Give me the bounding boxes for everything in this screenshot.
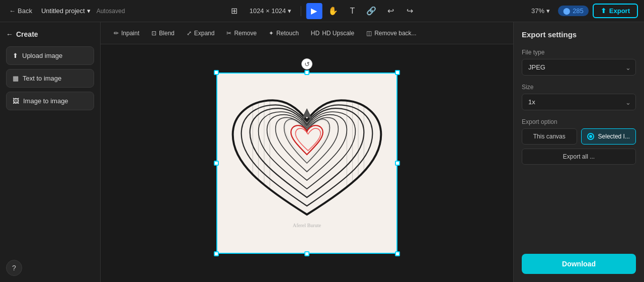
upscale-tool-button[interactable]: HD HD Upscale (306, 27, 359, 39)
remove-bg-icon: ◫ (366, 30, 372, 37)
sidebar-header: ← Create (6, 28, 94, 42)
canvas-size-text: 1024 × 1024 (250, 7, 286, 15)
image-icon: 🖼 (13, 97, 19, 105)
export-button[interactable]: ⬆ Export (593, 4, 638, 18)
back-arrow-icon: ← (9, 7, 16, 15)
retouch-label: Retouch (276, 30, 299, 37)
resize-handle-tm[interactable] (304, 70, 309, 75)
blend-label: Blend (159, 30, 175, 37)
file-type-section: File type JPEG PNG WEBP (522, 49, 636, 76)
back-button[interactable]: ← Back (6, 5, 35, 17)
topbar-right: 37% ▾ ⬤ 285 ⬆ Export (527, 4, 638, 18)
size-select[interactable]: 1x 2x 4x (522, 94, 636, 110)
edit-toolbar: ✏ Inpaint ⊡ Blend ⤢ Expand ✂ Remove ✦ Re… (101, 22, 513, 44)
rotate-handle[interactable]: ↺ (301, 58, 312, 69)
chevron-down-icon: ▾ (87, 7, 91, 15)
upscale-icon: HD (311, 30, 319, 37)
size-select-wrapper: 1x 2x 4x (522, 94, 636, 110)
remove-icon: ✂ (226, 30, 231, 37)
chevron-down-icon: ▾ (288, 7, 291, 15)
export-all-label: Export all ... (563, 153, 595, 160)
canvas-viewport[interactable]: ↺ (101, 44, 513, 282)
remove-bg-tool-button[interactable]: ◫ Remove back... (361, 27, 421, 39)
size-label: Size (522, 84, 636, 91)
panel-title: Export settings (522, 30, 636, 39)
file-type-select[interactable]: JPEG PNG WEBP (522, 59, 636, 76)
selected-image-button[interactable]: Selected I... (581, 128, 636, 145)
left-sidebar: ← Create ⬆ Upload image ▦ Text to image … (0, 22, 101, 282)
retouch-icon: ✦ (269, 30, 274, 37)
resize-handle-bm[interactable] (304, 251, 309, 256)
file-type-label: File type (522, 49, 636, 56)
export-option-label: Export option (522, 118, 636, 125)
hand-tool-button[interactable]: ✋ (325, 3, 341, 19)
export-option-row-1: This canvas Selected I... (522, 128, 636, 145)
download-label: Download (562, 260, 596, 268)
zoom-button[interactable]: 37% ▾ (527, 5, 554, 17)
upscale-label: HD Upscale (322, 30, 354, 37)
text-icon: ▦ (13, 75, 19, 82)
selected-label: Selected I... (598, 133, 630, 140)
sidebar-footer: ? (6, 260, 94, 276)
text-to-image-button[interactable]: ▦ Text to image (6, 69, 94, 88)
canvas-image: Aferel Burute (216, 73, 397, 254)
topbar-divider (300, 6, 301, 16)
back-label: Back (18, 7, 32, 15)
remove-label: Remove (234, 30, 257, 37)
expand-label: Expand (194, 30, 215, 37)
resize-handle-tr[interactable] (395, 70, 400, 75)
this-canvas-label: This canvas (533, 133, 566, 140)
download-button[interactable]: Download (522, 254, 636, 274)
text-to-image-label: Text to image (23, 75, 61, 82)
image-to-image-button[interactable]: 🖼 Image to image (6, 92, 94, 110)
chevron-down-icon: ▾ (546, 7, 550, 15)
retouch-tool-button[interactable]: ✦ Retouch (264, 27, 304, 39)
redo-button[interactable]: ↪ (401, 3, 418, 19)
remove-bg-label: Remove back... (374, 30, 416, 37)
back-arrow-icon: ← (6, 30, 13, 38)
canvas-size-button[interactable]: 1024 × 1024 ▾ (246, 5, 296, 17)
resize-handle-ml[interactable] (214, 161, 219, 166)
zoom-text: 37% (531, 7, 544, 15)
export-settings-panel: Export settings File type JPEG PNG WEBP … (513, 22, 644, 282)
expand-icon: ⤢ (187, 30, 192, 37)
radio-selected-icon (587, 133, 594, 140)
image-to-image-label: Image to image (23, 97, 68, 105)
create-label: Create (16, 30, 38, 38)
resize-handle-mr[interactable] (395, 161, 400, 166)
blend-icon: ⊡ (151, 30, 156, 37)
export-options-group: This canvas Selected I... Export all ... (522, 128, 636, 165)
svg-text:Aferel Burute: Aferel Burute (293, 223, 321, 228)
canvas-image-wrapper: ↺ (216, 73, 397, 254)
topbar: ← Back Untitled project ▾ Autosaved ⊞ 10… (0, 0, 644, 22)
select-tool-button[interactable]: ▶ (306, 3, 322, 19)
upload-image-button[interactable]: ⬆ Upload image (6, 46, 94, 65)
resize-handle-br[interactable] (395, 251, 400, 256)
expand-tool-button[interactable]: ⤢ Expand (182, 27, 220, 39)
resize-handle-tl[interactable] (214, 70, 219, 75)
inpaint-label: Inpaint (121, 30, 139, 37)
heart-illustration: Aferel Burute (216, 73, 397, 254)
inpaint-tool-button[interactable]: ✏ Inpaint (109, 27, 144, 39)
file-type-select-wrapper: JPEG PNG WEBP (522, 59, 636, 76)
export-label: Export (609, 7, 630, 15)
link-tool-button[interactable]: 🔗 (363, 3, 379, 19)
topbar-center: ⊞ 1024 × 1024 ▾ ▶ ✋ T 🔗 ↩ ↪ (226, 3, 418, 19)
canvas-area: ✏ Inpaint ⊡ Blend ⤢ Expand ✂ Remove ✦ Re… (101, 22, 513, 282)
remove-tool-button[interactable]: ✂ Remove (221, 27, 262, 39)
export-all-button[interactable]: Export all ... (522, 149, 636, 165)
upload-label: Upload image (22, 52, 62, 59)
upload-icon: ⬆ (13, 52, 18, 59)
size-section: Size 1x 2x 4x (522, 84, 636, 110)
blend-tool-button[interactable]: ⊡ Blend (146, 27, 180, 39)
project-title-text: Untitled project (41, 7, 85, 15)
resize-handle-bl[interactable] (214, 251, 219, 256)
undo-button[interactable]: ↩ (382, 3, 398, 19)
help-button[interactable]: ? (6, 260, 22, 276)
project-title[interactable]: Untitled project ▾ (38, 5, 94, 17)
resize-icon-btn[interactable]: ⊞ (226, 3, 243, 19)
text-tool-button[interactable]: T (344, 3, 360, 19)
main-layout: ← Create ⬆ Upload image ▦ Text to image … (0, 22, 644, 282)
credit-count: 285 (573, 7, 584, 15)
this-canvas-button[interactable]: This canvas (522, 128, 577, 145)
